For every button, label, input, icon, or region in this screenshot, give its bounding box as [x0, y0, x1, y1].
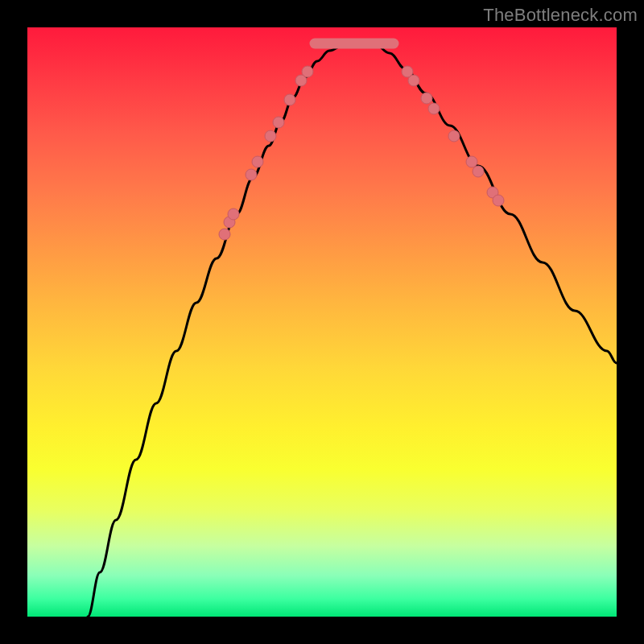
bottleneck-curve — [88, 43, 617, 617]
svg-point-6 — [265, 130, 276, 142]
svg-point-3 — [228, 208, 239, 220]
svg-point-10 — [302, 66, 313, 77]
svg-point-13 — [421, 93, 432, 104]
watermark-text: TheBottleneck.com — [483, 5, 638, 26]
svg-point-15 — [448, 130, 460, 142]
svg-point-14 — [428, 103, 440, 114]
svg-point-19 — [493, 195, 504, 206]
plot-area — [27, 27, 617, 617]
svg-point-7 — [273, 117, 284, 128]
svg-point-1 — [219, 229, 230, 240]
svg-point-5 — [252, 156, 263, 167]
svg-point-16 — [466, 156, 477, 167]
svg-point-12 — [408, 75, 419, 86]
svg-point-17 — [473, 166, 484, 177]
data-dots — [219, 66, 504, 240]
curve-layer — [27, 27, 617, 617]
svg-point-4 — [246, 169, 257, 180]
svg-point-8 — [284, 94, 295, 105]
chart-frame: TheBottleneck.com — [0, 0, 644, 644]
